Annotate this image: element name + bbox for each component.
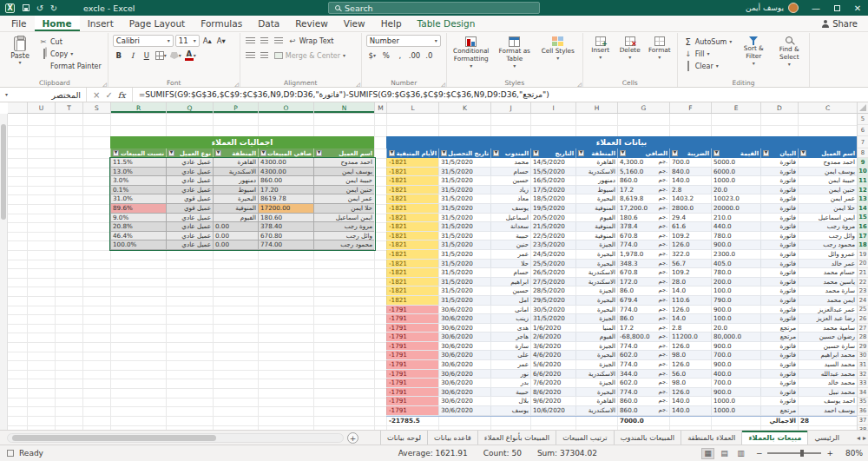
cell[interactable]: الفيوم xyxy=(575,333,617,341)
format-as-table-button[interactable]: Format as Table▾ xyxy=(495,35,535,77)
cell[interactable]: 89.6% xyxy=(110,204,166,213)
cell[interactable]: -1791 xyxy=(386,314,438,323)
cell[interactable]: فاتورة xyxy=(760,158,798,167)
cell[interactable]: 31/5/2020 xyxy=(438,268,490,277)
cell[interactable]: 900.0 xyxy=(711,306,760,314)
cell[interactable]: الفيوم xyxy=(575,214,617,222)
cell[interactable]: 6/6/2020 xyxy=(530,370,575,379)
cell[interactable]: 30/6/2020 xyxy=(438,370,490,379)
redo-icon[interactable]: ↻ xyxy=(47,2,61,14)
cell[interactable]: 700.0 xyxy=(711,351,760,359)
new-sheet-button[interactable]: + xyxy=(347,432,358,444)
cell[interactable]: 30/6/2020 xyxy=(438,324,490,333)
cell[interactable]: 172.0جم. xyxy=(617,278,669,286)
cell[interactable]: -1791 xyxy=(386,406,438,415)
sheet-tab[interactable]: لوحه بيانات xyxy=(380,431,427,445)
cell[interactable]: 780.0 xyxy=(711,268,760,277)
cell[interactable]: 200.0 xyxy=(711,278,760,286)
cell[interactable]: البحيرة xyxy=(575,306,617,314)
cell[interactable]: 7000.0 xyxy=(617,417,669,425)
cell[interactable]: -1821 xyxy=(386,260,438,268)
column-letter[interactable]: P xyxy=(213,102,258,113)
cell[interactable]: فاتورة xyxy=(760,388,798,397)
cell[interactable]: وائل رجب xyxy=(798,232,857,240)
cell[interactable]: 98.0 xyxy=(669,351,711,359)
cell[interactable] xyxy=(711,417,760,425)
cell[interactable]: البحيرة xyxy=(575,260,617,268)
cell[interactable]: 3/6/2020 xyxy=(530,342,575,351)
cell[interactable]: 3.0% xyxy=(110,176,166,185)
cell[interactable]: -1821 xyxy=(386,240,438,249)
column-header[interactable]: اسم العميل▼ xyxy=(313,148,374,158)
cell[interactable]: 900.0 xyxy=(711,360,760,369)
cell[interactable]: مرتجع xyxy=(760,333,798,341)
cell[interactable]: 774.0جم. xyxy=(617,360,669,369)
cell[interactable]: 180.60 xyxy=(258,214,313,222)
currency-format-button[interactable]: $▾ xyxy=(366,49,378,62)
cell-styles-button[interactable]: Cell Styles▾ xyxy=(538,35,578,77)
cell[interactable]: 61.6 xyxy=(669,222,711,231)
cell[interactable]: اسيوط xyxy=(213,186,258,194)
cell[interactable]: البحيرة xyxy=(575,250,617,259)
cell[interactable]: فاتورة xyxy=(760,168,798,176)
row-number[interactable]: 22 xyxy=(858,278,868,287)
cell[interactable]: 774.0جم. xyxy=(617,240,669,249)
decrease-indent-button[interactable] xyxy=(245,49,257,62)
cell[interactable]: 56.7 xyxy=(669,260,711,268)
cell[interactable]: 100.0 xyxy=(711,286,760,295)
column-letter[interactable]: L xyxy=(386,102,438,113)
row-number[interactable]: 34 xyxy=(858,388,868,398)
cell[interactable]: حنين xyxy=(490,240,530,249)
column-header[interactable]: التاريخ▼ xyxy=(530,148,575,158)
cell[interactable]: محمد xyxy=(490,158,530,167)
row-number[interactable]: 16 xyxy=(858,222,868,232)
row-number[interactable]: 14 xyxy=(858,204,868,214)
tab-scroll-right-icon[interactable]: ▸ xyxy=(863,434,866,442)
column-letter[interactable]: G xyxy=(617,102,669,113)
cell[interactable]: 405.0 xyxy=(711,260,760,268)
cell[interactable] xyxy=(575,417,617,425)
format-cells-button[interactable]: Format▾ xyxy=(647,35,673,77)
cell[interactable]: سارة حسين xyxy=(798,342,857,351)
cell[interactable]: 31/5/2020 xyxy=(438,204,490,213)
cell[interactable]: عميل عادي xyxy=(166,186,213,194)
filter-icon[interactable]: ▼ xyxy=(168,150,174,156)
cell[interactable]: 17/5/2020 xyxy=(530,186,575,194)
fill-color-button[interactable]: ▾ xyxy=(169,49,182,62)
cell[interactable]: مرتجع xyxy=(760,406,798,415)
cell[interactable]: 2.8 xyxy=(669,186,711,194)
column-letter[interactable]: E xyxy=(711,102,760,113)
cell[interactable]: 440.0 xyxy=(711,222,760,231)
cell[interactable]: الجيزة xyxy=(575,286,617,295)
cell[interactable]: 23/5/2020 xyxy=(530,240,575,249)
normal-view-button[interactable]: ▦ xyxy=(701,448,714,459)
cell[interactable]: البحيرة xyxy=(575,194,617,203)
cell[interactable]: 670.8جم. xyxy=(617,232,669,240)
cell[interactable]: مرتجع xyxy=(760,324,798,333)
vertical-scrollbar-thumb[interactable] xyxy=(1,124,6,220)
conditional-formatting-button[interactable]: Conditional Formatting▾ xyxy=(451,35,491,77)
filter-icon[interactable]: ▼ xyxy=(316,150,322,156)
cell[interactable]: 840.0 xyxy=(669,168,711,176)
cell[interactable]: ايمن محمد xyxy=(798,296,857,305)
merge-center-button[interactable]: Merge & Center▾ xyxy=(273,49,347,62)
cell[interactable]: محمد ابراهيم xyxy=(798,351,857,359)
autosum-button[interactable]: ΣAutoSum▾ xyxy=(682,36,734,48)
cell[interactable]: -1821 xyxy=(386,250,438,259)
cell[interactable] xyxy=(669,417,711,425)
cell[interactable]: الاسكندرية xyxy=(575,168,617,176)
cell[interactable]: 774.0جم. xyxy=(617,388,669,397)
cell[interactable]: 4,300.0جم. xyxy=(617,158,669,167)
row-number[interactable]: 19 xyxy=(858,250,868,260)
cell[interactable]: 20.0 xyxy=(711,186,760,194)
cell[interactable]: احمد ممدوح xyxy=(313,158,374,167)
cell[interactable]: 6000.0 xyxy=(711,168,760,176)
cell[interactable]: 20.8% xyxy=(110,222,166,231)
column-header[interactable]: صافي المبيعات▼ xyxy=(258,148,313,158)
cell[interactable]: عمر ايمن xyxy=(798,194,857,203)
vertical-scrollbar[interactable] xyxy=(0,114,8,430)
search-box[interactable]: Search xyxy=(328,2,540,14)
cell[interactable]: عميل قوي xyxy=(166,204,213,213)
cell[interactable]: حنين ايمن xyxy=(313,186,374,194)
borders-button[interactable]: ▾ xyxy=(155,49,168,62)
